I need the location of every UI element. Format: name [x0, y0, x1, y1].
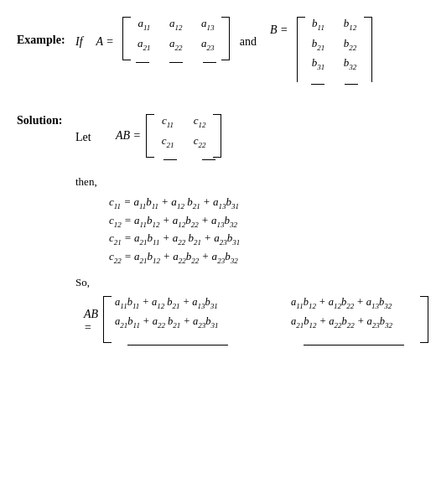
- eq-c11: c11 = a11b11 + a12 b21 + a13b31: [109, 195, 428, 210]
- b-assign: B =: [270, 17, 288, 37]
- eq-c21: c21 = a21b11 + a22 b21 + a23b31: [109, 231, 428, 247]
- a-cell-21: a21: [134, 37, 154, 52]
- final-ab-assign: AB =: [84, 308, 98, 335]
- so-label: So,: [75, 276, 428, 289]
- ab-matrix-container: AB = c11 c12: [116, 114, 221, 160]
- a-cell-13: a13: [198, 17, 218, 32]
- b-cell-12: b12: [340, 17, 361, 32]
- solution-section: Solution: Let AB =: [17, 114, 419, 346]
- ab-assign: AB =: [116, 129, 141, 143]
- equations-list: c11 = a11b11 + a12 b21 + a13b31 c12 = a1…: [109, 195, 428, 264]
- a-cell-23: a23: [198, 37, 218, 52]
- b-cell-22: b22: [340, 37, 361, 52]
- final-r2c1: a21b11 + a22 b21 + a23b31: [115, 315, 241, 330]
- b-matrix: b11 b12 b21 b22 b31 b32: [297, 17, 372, 85]
- b-cell-32: b32: [340, 56, 361, 71]
- b-cell-11: b11: [309, 17, 329, 32]
- a-cell-12: a12: [166, 17, 186, 32]
- page: Example: If A = a11: [17, 17, 419, 346]
- and-text: and: [240, 17, 257, 49]
- let-line: Let AB = c11: [75, 114, 428, 160]
- example-label: Example:: [17, 17, 75, 47]
- c-cell-21: c21: [158, 134, 178, 149]
- c-cell-22: c22: [189, 134, 210, 149]
- a-matrix: a11 a12 a13 a21 a22 a23: [122, 17, 230, 63]
- example-section: Example: If A = a11: [17, 17, 419, 85]
- if-text: If: [75, 17, 83, 49]
- final-r2c2: a21b12 + a22b22 + a23b32: [291, 315, 417, 330]
- a-assign: A =: [96, 17, 114, 49]
- c-cell-11: c11: [158, 114, 178, 129]
- eq-c22: c22 = a21b12 + a22b22 + a23b32: [109, 250, 428, 265]
- equations-section: then, c11 = a11b11 + a12 b21 + a13b31 c1…: [75, 175, 428, 346]
- let-text: Let: [75, 114, 109, 144]
- c-cell-12: c12: [189, 114, 210, 129]
- final-r1c1: a11b11 + a12 b21 + a13b31: [115, 296, 241, 310]
- solution-label: Solution:: [17, 114, 75, 127]
- b-cell-31: b31: [309, 56, 329, 71]
- then-label: then,: [75, 175, 428, 189]
- solution-content: Let AB = c11: [75, 114, 428, 346]
- final-matrix: a11b11 + a12 b21 + a13b31 a11b12 + a12b2…: [115, 296, 417, 343]
- b-cell-21: b21: [309, 37, 329, 52]
- final-r1c2: a11b12 + a12b22 + a13b32: [291, 296, 417, 310]
- eq-c12: c12 = a11b12 + a12b22 + a13b32: [109, 214, 428, 229]
- a-cell-11: a11: [134, 17, 154, 32]
- final-ab-section: AB = a11b11 +: [84, 296, 428, 346]
- a-cell-22: a22: [166, 37, 186, 52]
